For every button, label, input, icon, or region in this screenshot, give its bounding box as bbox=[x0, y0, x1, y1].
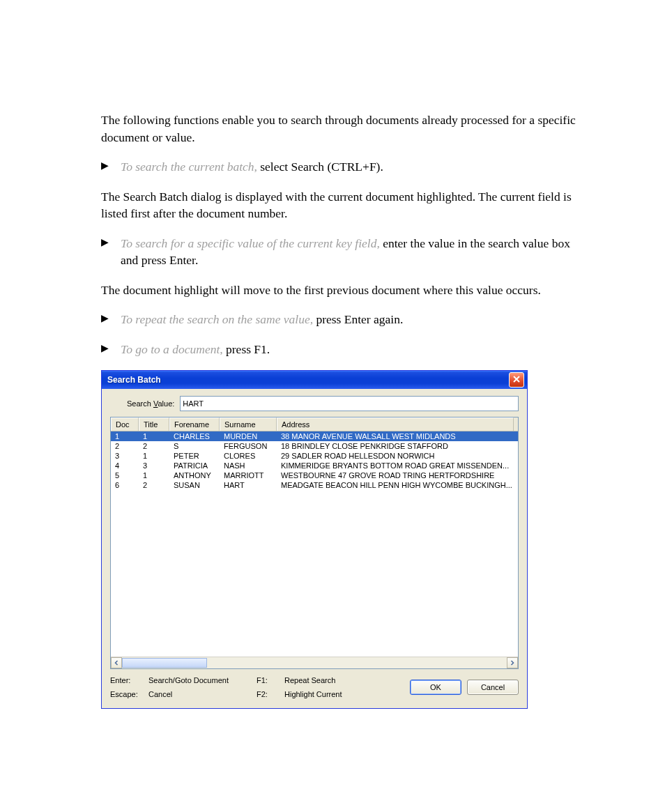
scrollbar-track[interactable] bbox=[122, 657, 507, 668]
bullet-lead: To search for a specific value of the cu… bbox=[121, 236, 383, 250]
dialog-title: Search Batch bbox=[107, 375, 509, 385]
horizontal-scrollbar[interactable] bbox=[111, 657, 518, 668]
search-batch-dialog: Search Batch Search Value: Doc bbox=[101, 370, 528, 709]
bullet-rest: press Enter again. bbox=[316, 312, 403, 326]
table-row[interactable]: 3 1 PETER CLORES 29 SADLER ROAD HELLESDO… bbox=[111, 451, 518, 461]
bullet-lead: To repeat the search on the same value, bbox=[121, 312, 316, 326]
hint-f1-key: F1: bbox=[257, 676, 284, 684]
bullet-repeat-search: ▶ To repeat the search on the same value… bbox=[101, 311, 588, 328]
ok-button[interactable]: OK bbox=[410, 680, 461, 695]
search-value-label: Search Value: bbox=[127, 399, 174, 408]
hint-enter-value: Search/Goto Document bbox=[148, 676, 257, 684]
results-listview[interactable]: Doc Title Forename Surname Address 1 1 C… bbox=[110, 417, 519, 669]
chevron-right-icon bbox=[510, 659, 515, 667]
column-doc[interactable]: Doc bbox=[111, 418, 139, 431]
listview-header[interactable]: Doc Title Forename Surname Address bbox=[111, 418, 518, 431]
hint-f2-value: Highlight Current bbox=[284, 690, 379, 698]
triangle-bullet-icon: ▶ bbox=[101, 311, 121, 326]
hint-f2-key: F2: bbox=[257, 690, 284, 698]
hint-escape-value: Cancel bbox=[148, 690, 257, 698]
paragraph-dialog-displayed: The Search Batch dialog is displayed wit… bbox=[101, 188, 588, 222]
hint-escape-key: Escape: bbox=[110, 690, 148, 698]
column-forename[interactable]: Forename bbox=[169, 418, 220, 431]
hint-enter-key: Enter: bbox=[110, 676, 148, 684]
bullet-lead: To go to a document, bbox=[121, 342, 226, 356]
scroll-right-button[interactable] bbox=[507, 657, 518, 668]
search-value-input[interactable] bbox=[180, 396, 519, 411]
column-title[interactable]: Title bbox=[139, 418, 169, 431]
bullet-lead: To search the current batch, bbox=[121, 160, 260, 174]
paragraph-highlight-move: The document highlight will move to the … bbox=[101, 282, 588, 299]
table-row[interactable]: 5 1 ANTHONY MARRIOTT WESTBOURNE 47 GROVE… bbox=[111, 470, 518, 480]
triangle-bullet-icon: ▶ bbox=[101, 235, 121, 250]
hint-f1-value: Repeat Search bbox=[284, 676, 379, 684]
table-row[interactable]: 1 1 CHARLES MURDEN 38 MANOR AVENUE WALSA… bbox=[111, 431, 518, 441]
close-button[interactable] bbox=[509, 372, 524, 388]
table-row[interactable]: 4 3 PATRICIA NASH KIMMERIDGE BRYANTS BOT… bbox=[111, 461, 518, 470]
column-address[interactable]: Address bbox=[277, 418, 514, 431]
close-icon bbox=[513, 375, 520, 385]
bullet-search-batch: ▶ To search the current batch, select Se… bbox=[101, 158, 588, 176]
bullet-search-value: ▶ To search for a specific value of the … bbox=[101, 235, 588, 269]
cancel-button[interactable]: Cancel bbox=[467, 680, 519, 695]
chevron-left-icon bbox=[114, 659, 119, 667]
bullet-rest: press F1. bbox=[226, 342, 270, 356]
scroll-left-button[interactable] bbox=[111, 657, 122, 668]
bullet-rest: select Search (CTRL+F). bbox=[260, 160, 383, 174]
triangle-bullet-icon: ▶ bbox=[101, 341, 121, 356]
bullet-goto-document: ▶ To go to a document, press F1. bbox=[101, 341, 588, 358]
column-surname[interactable]: Surname bbox=[220, 418, 277, 431]
triangle-bullet-icon: ▶ bbox=[101, 158, 121, 174]
table-row[interactable]: 6 2 SUSAN HART MEADGATE BEACON HILL PENN… bbox=[111, 480, 518, 490]
scrollbar-thumb[interactable] bbox=[122, 658, 207, 668]
dialog-titlebar[interactable]: Search Batch bbox=[102, 371, 527, 389]
intro-paragraph: The following functions enable you to se… bbox=[101, 112, 588, 146]
table-row[interactable]: 2 2 S FERGUSON 18 BRINDLEY CLOSE PENKRID… bbox=[111, 441, 518, 451]
